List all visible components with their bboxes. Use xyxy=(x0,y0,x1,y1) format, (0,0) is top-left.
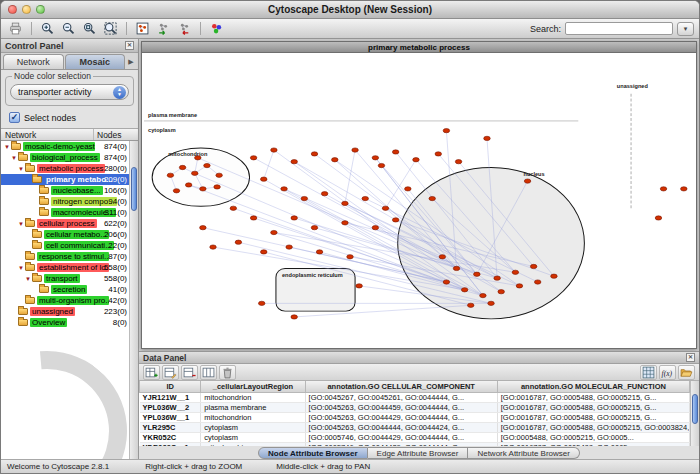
network-node[interactable] xyxy=(281,187,287,191)
network-node[interactable] xyxy=(271,148,277,152)
table-row[interactable]: YLR295Ccytoplasm[GO:0045263, GO:0044444,… xyxy=(140,422,690,432)
expander-triangle-icon[interactable]: ▼ xyxy=(17,221,25,227)
table-cell[interactable]: YKR052C xyxy=(140,432,201,442)
network-node[interactable] xyxy=(271,230,277,234)
network-node[interactable] xyxy=(382,206,388,210)
network-node[interactable] xyxy=(453,266,459,270)
column-header-id[interactable]: ID xyxy=(140,381,201,392)
column-header--cellularlayoutregion[interactable]: _cellularLayoutRegion xyxy=(201,381,305,392)
printer-button[interactable] xyxy=(6,20,25,37)
network-canvas[interactable]: mitochondrionnucleusendoplasmic reticulu… xyxy=(142,53,696,348)
tree-item-primary-metabo[interactable]: primary metabo...209(0) xyxy=(1,174,138,185)
table-row[interactable]: YDR039C__1mitochondrion[GO:0005746, GO:0… xyxy=(140,442,690,446)
zoom-in-button[interactable] xyxy=(38,20,57,37)
tree-item-nitrogen-compo[interactable]: nitrogen compo...94(0) xyxy=(1,196,138,207)
network-node[interactable] xyxy=(435,152,441,156)
tab-mosaic[interactable]: Mosaic xyxy=(65,54,126,69)
table-cell[interactable]: plasma membrane xyxy=(201,402,305,412)
expander-triangle-icon[interactable]: ▼ xyxy=(17,265,25,271)
table-cell[interactable]: [GO:0005488, GO:0005215, GO:0005... xyxy=(497,432,689,442)
search-input[interactable] xyxy=(565,22,673,35)
table-cell[interactable]: [GO:0045263, GO:0044459, GO:0044444, G..… xyxy=(305,402,497,412)
tree-item-biological-process[interactable]: ▼biological_process874(0) xyxy=(1,152,138,163)
tab-network[interactable]: Network xyxy=(3,54,64,69)
table-cell[interactable]: [GO:0016787, GO:0005488, GO:0005215, GO:… xyxy=(497,422,689,432)
network-node[interactable] xyxy=(195,156,201,160)
zoom-out-button[interactable] xyxy=(59,20,78,37)
network-node[interactable] xyxy=(372,226,378,230)
network-node[interactable] xyxy=(443,280,449,284)
network-node[interactable] xyxy=(480,293,486,297)
column-header-annotation-go-molecular-function[interactable]: annotation.GO MOLECULAR_FUNCTION xyxy=(497,381,689,392)
network-node[interactable] xyxy=(378,163,384,167)
table-cell[interactable]: YPL036W__1 xyxy=(140,412,201,422)
window-titlebar[interactable]: Cytoscape Desktop (New Session) xyxy=(1,1,699,19)
network-node[interactable] xyxy=(356,284,362,288)
columns-button[interactable] xyxy=(200,365,217,380)
network-node[interactable] xyxy=(173,189,179,193)
table-row[interactable]: YPL036W__2plasma membrane[GO:0045263, GO… xyxy=(140,402,690,412)
network-node[interactable] xyxy=(210,245,216,249)
tree-item-macromolecule[interactable]: macromolecule...311(0) xyxy=(1,207,138,218)
network-node[interactable] xyxy=(455,160,461,164)
network-node[interactable] xyxy=(494,276,500,280)
network-node[interactable] xyxy=(286,245,292,249)
network-node[interactable] xyxy=(192,171,198,175)
search-options-button[interactable]: ▾ xyxy=(677,22,694,36)
close-window-button[interactable] xyxy=(8,5,17,14)
network-node[interactable] xyxy=(311,226,317,230)
network-node[interactable] xyxy=(512,270,518,274)
zoom-fit-button[interactable] xyxy=(101,20,120,37)
network-node[interactable] xyxy=(498,290,504,294)
network-node[interactable] xyxy=(392,150,398,154)
network-node[interactable] xyxy=(488,301,494,305)
table-cell[interactable]: [GO:0005746, GO:0044429, GO:0044444, G..… xyxy=(305,442,497,446)
network-node[interactable] xyxy=(167,173,173,177)
table-cell[interactable]: mitochondrion xyxy=(201,442,305,446)
network-node[interactable] xyxy=(352,148,358,152)
network-node[interactable] xyxy=(655,216,661,220)
network-node[interactable] xyxy=(291,160,297,164)
network-node[interactable] xyxy=(516,284,522,288)
tree-item-mosaic-demo-yeast[interactable]: ▼mosaic-demo-yeast874(0) xyxy=(1,141,138,152)
table-row[interactable]: YJR121W__1mitochondrion[GO:0045267, GO:0… xyxy=(140,392,690,402)
network-node[interactable] xyxy=(204,163,210,167)
minimize-window-button[interactable] xyxy=(22,5,31,14)
matrix-button[interactable] xyxy=(640,365,657,380)
tab-node-attribute-browser[interactable]: Node Attribute Browser xyxy=(258,447,368,459)
panel-float-icon[interactable]: ✕ xyxy=(686,353,695,362)
network-node[interactable] xyxy=(200,187,206,191)
table-cell[interactable]: [GO:0045263, GO:0044429, GO:0044444, G..… xyxy=(305,412,497,422)
vizmapper-button[interactable] xyxy=(207,20,226,37)
network-node[interactable] xyxy=(291,315,297,319)
tree-item-cellular-process[interactable]: ▼cellular process622(0) xyxy=(1,218,138,229)
tree-item-establishment-of-lo[interactable]: ▼establishment of lo...558(0) xyxy=(1,262,138,273)
tree-item-transport[interactable]: ▼transport558(0) xyxy=(1,273,138,284)
column-header-annotation-go-cellular-component[interactable]: annotation.GO CELLULAR_COMPONENT xyxy=(305,381,497,392)
table-cell[interactable]: [GO:0045263, GO:0044444, GO:0044424, G..… xyxy=(305,422,497,432)
expander-triangle-icon[interactable]: ▼ xyxy=(3,144,11,150)
table-cell[interactable]: mitochondrion xyxy=(201,412,305,422)
table-scrollbar[interactable] xyxy=(690,381,699,446)
network-node[interactable] xyxy=(321,192,327,196)
tree-item-metabolic-process[interactable]: ▼metabolic process280(0) xyxy=(1,163,138,174)
network-node[interactable] xyxy=(261,177,267,181)
network-node[interactable] xyxy=(443,128,449,132)
network-node[interactable] xyxy=(681,187,687,191)
network-node[interactable] xyxy=(551,274,557,278)
tab-network-attribute-browser[interactable]: Network Attribute Browser xyxy=(468,447,579,459)
trash-button[interactable] xyxy=(219,365,236,380)
network-node[interactable] xyxy=(530,264,536,268)
table-cell[interactable]: [GO:0016787, GO:0005488, GO:0005215, G..… xyxy=(497,392,689,402)
table-plus-button[interactable] xyxy=(143,365,160,380)
tree-header-nodes[interactable]: Nodes xyxy=(94,129,138,140)
network-node[interactable] xyxy=(468,303,474,307)
network-node[interactable] xyxy=(347,255,353,259)
network-node[interactable] xyxy=(474,272,480,276)
network-node[interactable] xyxy=(332,158,338,162)
table-row[interactable]: YKR052Ccytoplasm[GO:0005746, GO:0044429,… xyxy=(140,432,690,442)
network-node[interactable] xyxy=(214,185,220,189)
network-node[interactable] xyxy=(439,255,445,259)
table-edit-button[interactable] xyxy=(162,365,179,380)
network-node[interactable] xyxy=(461,288,467,292)
